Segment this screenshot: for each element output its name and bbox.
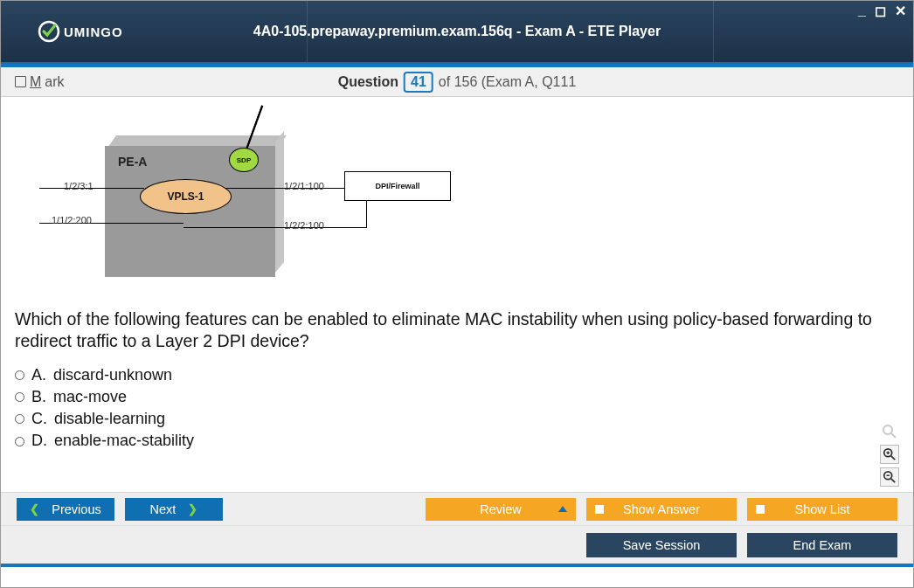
options-list: A. discard-unknown B. mac-move C. disabl… (15, 364, 899, 453)
mark-checkbox[interactable] (15, 76, 26, 87)
diagram-port-label: 1/1/2:200 (52, 215, 92, 225)
end-exam-button[interactable]: End Exam (747, 533, 897, 557)
question-label: Question (338, 74, 398, 90)
stop-icon (756, 505, 765, 514)
diagram-port-label: 1/2/3:1 (64, 181, 93, 191)
radio-icon[interactable] (15, 437, 24, 446)
save-session-button[interactable]: Save Session (586, 533, 737, 557)
radio-icon[interactable] (15, 392, 24, 402)
diagram-port-label: 1/2/2:100 (284, 220, 324, 231)
nav-button-row: ❮ Previous Next ❯ Review Show Answer Sho… (1, 492, 913, 525)
svg-line-2 (891, 433, 896, 438)
svg-line-8 (891, 479, 895, 482)
review-button[interactable]: Review (426, 498, 576, 521)
option-text: disable-learning (54, 408, 165, 430)
question-content: PE-A VPLS-1 SDP 1/2/3:1 1/1/2:200 1/2/1:… (1, 97, 913, 492)
question-number[interactable]: 41 (404, 72, 433, 93)
diagram-device-label: PE-A (118, 155, 147, 169)
previous-button[interactable]: ❮ Previous (17, 498, 114, 521)
triangle-up-icon (558, 506, 567, 512)
option-a[interactable]: A. discard-unknown (15, 364, 899, 386)
show-answer-button[interactable]: Show Answer (586, 498, 737, 521)
show-list-button[interactable]: Show List (747, 498, 897, 521)
title-bar: UMINGO 4A0-105.prepaway.premium.exam.156… (1, 1, 913, 64)
network-diagram: PE-A VPLS-1 SDP 1/2/3:1 1/1/2:200 1/2/1:… (22, 109, 459, 293)
session-button-row: Save Session End Exam (1, 525, 913, 564)
diagram-port-label: 1/2/1:100 (284, 181, 324, 191)
mark-label-rest: ark (45, 74, 64, 90)
mark-label-letter: M (30, 74, 41, 90)
search-icon[interactable] (880, 422, 899, 441)
option-d[interactable]: D. enable-mac-stability (15, 430, 899, 452)
window-controls: _ ◻ ✕ (855, 3, 910, 19)
stop-icon (595, 505, 604, 514)
radio-icon[interactable] (15, 370, 24, 380)
app-logo: UMINGO (38, 20, 123, 43)
option-b[interactable]: B. mac-move (15, 386, 899, 408)
maximize-icon[interactable]: ◻ (871, 3, 890, 19)
window-title: 4A0-105.prepaway.premium.exam.156q - Exa… (253, 24, 661, 39)
question-of-text: of 156 (Exam A, Q111 (439, 74, 576, 90)
option-text: mac-move (53, 386, 127, 408)
zoom-in-icon[interactable] (880, 445, 899, 464)
diagram-sdp-circle: SDP (229, 148, 259, 172)
option-text: discard-unknown (53, 364, 172, 386)
svg-point-1 (883, 425, 892, 434)
diagram-dpi-box: DPI/Firewall (344, 171, 451, 201)
minimize-icon[interactable]: _ (855, 3, 869, 19)
zoom-tools (880, 422, 899, 487)
radio-icon[interactable] (15, 414, 24, 424)
diagram-vpls-oval: VPLS-1 (140, 179, 232, 214)
close-icon[interactable]: ✕ (891, 3, 910, 19)
question-text: Which of the following features can be e… (15, 308, 899, 352)
zoom-out-icon[interactable] (880, 467, 899, 487)
question-position: Question 41 of 156 (Exam A, Q111 (338, 72, 577, 93)
question-header-bar: Mark Question 41 of 156 (Exam A, Q111 (1, 67, 913, 97)
chevron-left-icon: ❮ (30, 502, 39, 515)
svg-line-4 (891, 456, 895, 460)
accent-line-bottom (1, 564, 913, 567)
logo-text: UMINGO (64, 24, 123, 39)
logo-checkmark-icon (38, 20, 60, 43)
option-c[interactable]: C. disable-learning (15, 408, 899, 430)
option-text: enable-mac-stability (54, 430, 194, 452)
next-button[interactable]: Next ❯ (125, 498, 223, 521)
titlebar-divider (713, 1, 714, 62)
chevron-right-icon: ❯ (188, 502, 197, 515)
mark-checkbox-group[interactable]: Mark (15, 74, 65, 90)
